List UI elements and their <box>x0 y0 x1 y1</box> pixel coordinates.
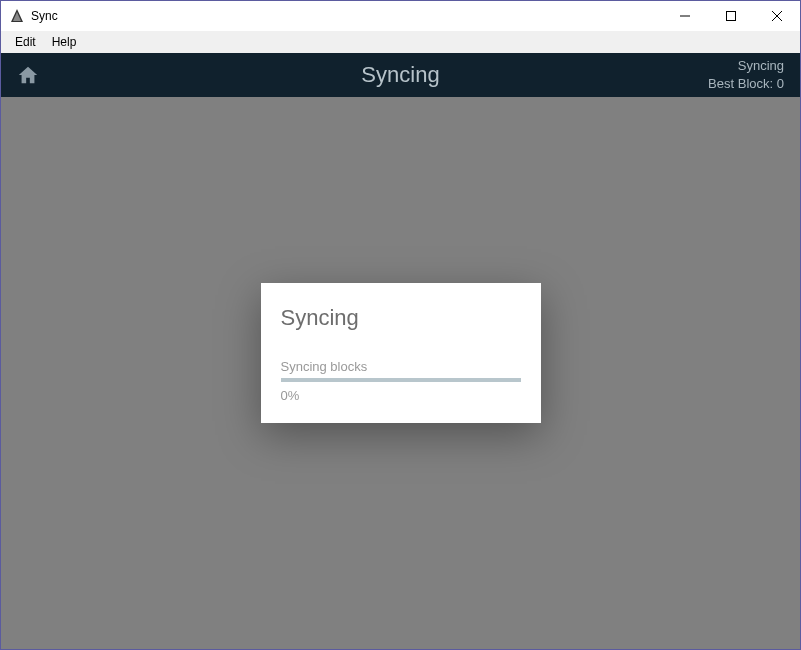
window-controls <box>662 1 800 31</box>
syncing-dialog: Syncing Syncing blocks 0% <box>261 283 541 423</box>
window-title: Sync <box>31 9 58 23</box>
status-syncing: Syncing <box>708 57 784 75</box>
content-area: Syncing Syncing blocks 0% <box>1 97 800 649</box>
menubar: Edit Help <box>1 31 800 53</box>
window-titlebar: Sync <box>1 1 800 31</box>
modal-overlay: Syncing Syncing blocks 0% <box>1 97 800 649</box>
status-best-block: Best Block: 0 <box>708 75 784 93</box>
svg-rect-3 <box>727 12 736 21</box>
best-block-label: Best Block: <box>708 76 773 91</box>
maximize-button[interactable] <box>708 1 754 31</box>
close-button[interactable] <box>754 1 800 31</box>
best-block-value: 0 <box>777 76 784 91</box>
home-icon[interactable] <box>17 64 39 86</box>
progress-percent: 0% <box>281 388 521 403</box>
progress-bar <box>281 378 521 382</box>
minimize-button[interactable] <box>662 1 708 31</box>
menu-help[interactable]: Help <box>44 33 85 51</box>
app-header: Syncing Syncing Best Block: 0 <box>1 53 800 97</box>
app-icon <box>9 8 25 24</box>
dialog-title: Syncing <box>281 305 521 331</box>
dialog-subtitle: Syncing blocks <box>281 359 521 374</box>
menu-edit[interactable]: Edit <box>7 33 44 51</box>
page-title: Syncing <box>361 62 439 88</box>
sync-status: Syncing Best Block: 0 <box>708 57 784 93</box>
